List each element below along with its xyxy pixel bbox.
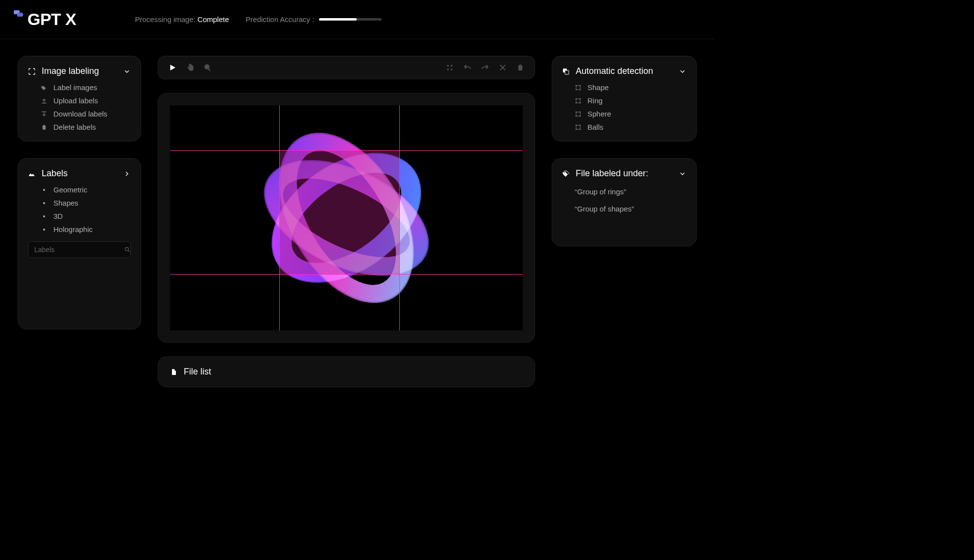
brand-name: GPT X bbox=[27, 10, 76, 29]
delete-labels-item[interactable]: Delete labels bbox=[41, 123, 131, 131]
status-group: Processing image: Complete Prediction Ac… bbox=[135, 15, 382, 23]
svg-point-25 bbox=[580, 116, 581, 117]
auto-detection-title: Automatic detection bbox=[576, 66, 653, 76]
bounding-box-icon bbox=[575, 124, 582, 131]
processing-status: Processing image: Complete bbox=[135, 15, 229, 23]
upload-labels-item[interactable]: Upload labels bbox=[41, 96, 131, 105]
label-item-holographic[interactable]: Holographic bbox=[41, 225, 131, 233]
image-icon bbox=[28, 170, 36, 178]
svg-point-7 bbox=[447, 69, 449, 70]
search-icon bbox=[124, 246, 131, 253]
svg-point-6 bbox=[451, 65, 453, 67]
undo-button[interactable] bbox=[463, 63, 472, 72]
canvas-panel bbox=[158, 93, 535, 343]
main-content: File list bbox=[158, 56, 535, 399]
chevron-down-icon[interactable] bbox=[679, 68, 686, 75]
guide-horizontal-1 bbox=[170, 150, 523, 151]
svg-point-3 bbox=[204, 64, 210, 70]
label-item-3d[interactable]: 3D bbox=[41, 212, 131, 220]
header: GPT X Processing image: Complete Predict… bbox=[0, 0, 714, 39]
tags-icon bbox=[41, 84, 48, 91]
svg-point-18 bbox=[580, 98, 581, 99]
trash-icon bbox=[41, 124, 48, 131]
svg-point-28 bbox=[580, 125, 581, 126]
tags-icon bbox=[562, 170, 570, 178]
bounding-box-icon bbox=[575, 97, 582, 104]
svg-point-19 bbox=[576, 102, 577, 103]
auto-detection-panel: Automatic detection Shape Ring Sphere bbox=[552, 56, 697, 141]
bounding-box-icon bbox=[575, 84, 582, 91]
image-labeling-title: Image labeling bbox=[42, 66, 99, 76]
labeled-item-shapes[interactable]: “Group of shapes” bbox=[575, 203, 686, 215]
grid-button[interactable] bbox=[445, 63, 454, 72]
svg-point-20 bbox=[580, 102, 581, 103]
brand-logo: GPT X bbox=[14, 10, 76, 29]
svg-rect-21 bbox=[576, 112, 580, 116]
upload-icon bbox=[41, 97, 48, 104]
labels-header[interactable]: Labels bbox=[28, 168, 131, 179]
label-item-geometric[interactable]: Geometric bbox=[41, 186, 131, 194]
trash-button[interactable] bbox=[516, 63, 525, 72]
canvas[interactable] bbox=[170, 105, 523, 330]
svg-rect-11 bbox=[576, 85, 580, 89]
label-images-item[interactable]: Label images bbox=[41, 83, 131, 92]
labels-search[interactable] bbox=[28, 241, 131, 258]
guide-horizontal-2 bbox=[170, 274, 523, 275]
svg-point-30 bbox=[580, 129, 581, 130]
file-list-header[interactable]: File list bbox=[170, 367, 523, 377]
sidebar-right: Automatic detection Shape Ring Sphere bbox=[552, 56, 697, 399]
detection-shape[interactable]: Shape bbox=[575, 83, 686, 92]
accuracy-progress bbox=[319, 18, 382, 21]
download-labels-item[interactable]: Download labels bbox=[41, 110, 131, 118]
zoom-button[interactable] bbox=[203, 63, 212, 72]
image-labeling-list: Label images Upload labels Download labe… bbox=[28, 83, 131, 131]
prediction-accuracy: Prediction Accuracy : bbox=[245, 15, 382, 23]
labels-list: Geometric Shapes 3D Holographic bbox=[28, 186, 131, 233]
file-labeled-panel: File labeled under: “Group of rings” “Gr… bbox=[552, 158, 697, 246]
svg-point-31 bbox=[564, 172, 565, 173]
layers-icon bbox=[562, 68, 570, 75]
svg-point-12 bbox=[576, 85, 577, 86]
play-button[interactable] bbox=[168, 63, 177, 72]
close-button[interactable] bbox=[498, 63, 507, 72]
bounding-box-icon bbox=[575, 111, 582, 117]
detection-sphere[interactable]: Sphere bbox=[575, 110, 686, 118]
guide-vertical-2 bbox=[399, 105, 400, 330]
chevron-down-icon[interactable] bbox=[123, 68, 131, 75]
svg-point-13 bbox=[580, 85, 581, 86]
file-labeled-list: “Group of rings” “Group of shapes” bbox=[562, 186, 686, 215]
labeled-item-rings[interactable]: “Group of rings” bbox=[575, 186, 686, 198]
labels-search-input[interactable] bbox=[34, 246, 120, 254]
canvas-toolbar bbox=[158, 56, 535, 79]
svg-point-5 bbox=[447, 65, 449, 67]
file-list-panel: File list bbox=[158, 356, 535, 387]
guide-vertical-1 bbox=[279, 105, 280, 330]
svg-point-27 bbox=[576, 125, 577, 126]
sidebar-left: Image labeling Label images Upl bbox=[18, 56, 141, 399]
label-item-shapes[interactable]: Shapes bbox=[41, 199, 131, 207]
file-labeled-title: File labeled under: bbox=[576, 168, 648, 179]
file-icon bbox=[170, 368, 178, 376]
canvas-image bbox=[170, 105, 523, 330]
svg-point-15 bbox=[580, 89, 581, 90]
auto-detection-header[interactable]: Automatic detection bbox=[562, 66, 686, 76]
chevron-right-icon[interactable] bbox=[123, 170, 131, 178]
svg-point-29 bbox=[576, 129, 577, 130]
download-icon bbox=[41, 111, 48, 117]
redo-button[interactable] bbox=[481, 63, 489, 72]
svg-marker-2 bbox=[170, 65, 176, 70]
chevron-down-icon[interactable] bbox=[679, 170, 686, 178]
file-labeled-header[interactable]: File labeled under: bbox=[562, 168, 686, 179]
labels-title: Labels bbox=[42, 168, 68, 179]
detection-list: Shape Ring Sphere Balls bbox=[562, 83, 686, 131]
labels-panel: Labels Geometric Shapes 3D Holographic bbox=[18, 158, 141, 329]
file-list-title: File list bbox=[184, 367, 211, 377]
svg-rect-4 bbox=[208, 69, 211, 71]
hand-button[interactable] bbox=[186, 63, 195, 72]
image-labeling-panel: Image labeling Label images Upl bbox=[18, 56, 141, 141]
svg-point-0 bbox=[42, 86, 43, 87]
toolbar-left bbox=[168, 63, 212, 72]
image-labeling-header[interactable]: Image labeling bbox=[28, 66, 131, 76]
detection-balls[interactable]: Balls bbox=[575, 123, 686, 131]
detection-ring[interactable]: Ring bbox=[575, 96, 686, 105]
